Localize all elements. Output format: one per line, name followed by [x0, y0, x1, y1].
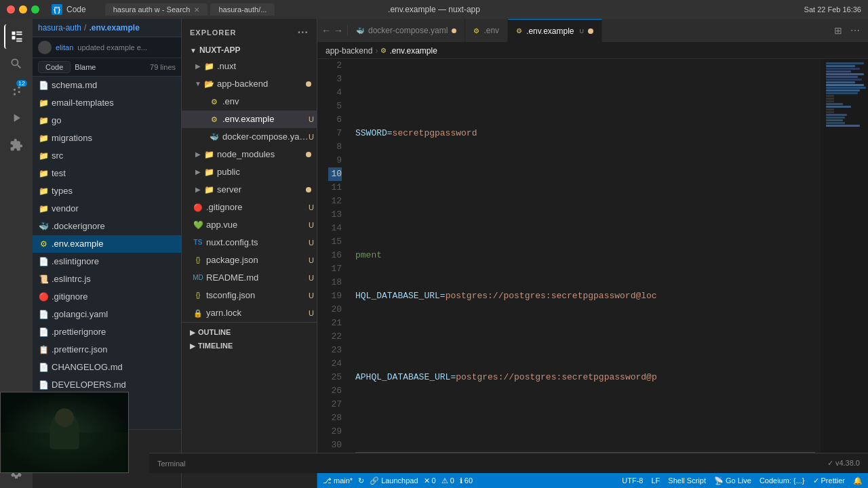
language-status[interactable]: Shell Script — [668, 476, 706, 485]
tree-env[interactable]: ⚙ .env — [182, 93, 317, 110]
file-item-types[interactable]: 📁 types — [33, 182, 181, 200]
file-item-src[interactable]: 📁 src — [33, 147, 181, 165]
nav-back-icon[interactable]: ← — [321, 25, 331, 36]
md-icon: 📄 — [38, 362, 49, 373]
os-tab-search[interactable]: hasura auth w - Search ✕ — [105, 3, 208, 16]
file-item-schema[interactable]: 📄 schema.md — [33, 77, 181, 94]
prettier-status[interactable]: ✓ Prettier — [813, 476, 845, 485]
folder-icon: 📁 — [38, 115, 49, 126]
tree-env-example[interactable]: ⚙ .env.example U — [182, 110, 317, 128]
tab-docker-compose[interactable]: 🐳 docker-compose.yaml — [348, 19, 465, 43]
chevron-right-icon: ▶ — [193, 147, 203, 162]
warnings-status[interactable]: ⚠ 0 — [441, 476, 454, 485]
outline-label: OUTLINE — [198, 328, 231, 336]
timeline-header[interactable]: ▶ TIMELINE — [182, 339, 317, 352]
sidebar-title: EXPLORER — [190, 28, 237, 37]
activity-extensions[interactable] — [4, 133, 28, 157]
tab-env-example-label: .env.example — [526, 26, 574, 36]
file-item-prettierrc[interactable]: 📋 .prettierrc.json — [33, 341, 181, 359]
file-item-vendor[interactable]: 📁 vendor — [33, 200, 181, 218]
more-actions-icon[interactable]: ⋯ — [848, 25, 863, 36]
file-item-eslintrc[interactable]: 📜 .eslintrc.js — [33, 270, 181, 288]
nuxt-app-section[interactable]: ▼ NUXT-APP — [182, 43, 317, 58]
folder-icon: 📁 — [203, 149, 214, 160]
code-line-3 — [355, 167, 815, 181]
modified-u: U — [309, 218, 314, 232]
tree-app-vue[interactable]: 💚 app.vue U — [182, 216, 317, 234]
tab-env-example[interactable]: ⚙ .env.example U — [508, 19, 602, 43]
breadcrumb-app-backend[interactable]: app-backend — [326, 46, 372, 56]
file-item-go[interactable]: 📁 go — [33, 112, 181, 129]
breadcrumb-env-example[interactable]: ⚙ .env.example — [380, 46, 437, 56]
terminal-label[interactable]: Terminal — [157, 460, 186, 468]
sidebar-menu-icon[interactable]: ⋯ — [297, 26, 309, 39]
file-item-env-example[interactable]: ⚙ .env.example — [33, 235, 181, 253]
error-icon: ✕ — [424, 476, 430, 485]
commit-author[interactable]: elitan — [56, 43, 73, 52]
repo-owner-link[interactable]: hasura-auth — [38, 23, 81, 33]
errors-status[interactable]: ✕ 0 — [424, 476, 436, 485]
outline-header[interactable]: ▶ OUTLINE — [182, 325, 317, 339]
maximize-button[interactable] — [31, 5, 39, 14]
notifications-bell[interactable]: 🔔 — [853, 476, 863, 485]
code-editor[interactable]: 2 3 4 5 6 7 8 9 10 11 12 13 14 15 16 17 — [317, 59, 821, 473]
split-editor-icon[interactable]: ⊞ — [831, 25, 845, 36]
sync-status[interactable]: ↻ — [358, 476, 364, 485]
activity-explorer[interactable] — [4, 24, 28, 49]
chevron-down-icon: ▼ — [193, 77, 203, 92]
tree-nuxt[interactable]: ▶ 📁 .nuxt — [182, 58, 317, 75]
codeium-status[interactable]: Codeium: {...} — [760, 476, 805, 485]
encoding-status[interactable]: UTF-8 — [622, 476, 643, 485]
code-content[interactable]: SSWORD=secretpgpassword pment HQL_DATABA… — [350, 59, 821, 473]
branch-status[interactable]: ⎇ main* — [323, 476, 353, 485]
file-item-changelog[interactable]: 📄 CHANGELOG.md — [33, 359, 181, 376]
file-item-migrations[interactable]: 📁 migrations — [33, 129, 181, 147]
yaml-icon: 🐳 — [209, 131, 220, 142]
code-button[interactable]: Code — [38, 61, 71, 73]
blame-button[interactable]: Blame — [75, 63, 96, 71]
minimize-button[interactable] — [19, 5, 27, 14]
tree-package-json[interactable]: {} package.json U — [182, 251, 317, 269]
os-tab-repo[interactable]: hasura-auth/... — [210, 3, 275, 16]
os-tab-search-close[interactable]: ✕ — [194, 6, 199, 14]
line-ending-status[interactable]: LF — [651, 476, 660, 485]
file-item-gitignore[interactable]: 🔴 .gitignore — [33, 288, 181, 306]
file-item-dockerignore[interactable]: 🐳 .dockerignore — [33, 218, 181, 235]
launchpad-status[interactable]: 🔗 Launchpad — [370, 476, 418, 485]
close-button[interactable] — [7, 5, 15, 14]
activity-search[interactable] — [4, 52, 28, 76]
datetime: Sat 22 Feb 16:36 — [804, 5, 861, 14]
info-status[interactable]: ℹ 60 — [460, 476, 473, 485]
file-item-prettierignore[interactable]: 📄 .prettierignore — [33, 323, 181, 341]
tree-nuxt-config[interactable]: TS nuxt.config.ts U — [182, 234, 317, 251]
tree-gitignore[interactable]: 🔴 .gitignore U — [182, 199, 317, 216]
titlebar-right: Sat 22 Feb 16:36 — [804, 5, 861, 14]
tab-env[interactable]: ⚙ .env — [465, 19, 508, 43]
tab-u-marker: U — [580, 28, 585, 35]
status-right: UTF-8 LF Shell Script 📡 Go Live Codeium:… — [622, 476, 863, 485]
bell-icon: 🔔 — [853, 476, 863, 485]
file-item-golangci[interactable]: 📄 .golangci.yaml — [33, 306, 181, 323]
sidebar-header: EXPLORER ⋯ — [182, 19, 317, 43]
main-layout: 12 hasura-auth / .env.example elitan upd… — [0, 19, 868, 488]
activity-source-control[interactable]: 12 — [4, 79, 28, 103]
app-label: {'} Code — [52, 4, 86, 15]
tree-server[interactable]: ▶ 📁 server — [182, 181, 317, 199]
file-item-eslintignore[interactable]: 📄 .eslintignore — [33, 253, 181, 270]
tree-public[interactable]: ▶ 📁 public — [182, 163, 317, 181]
activity-run[interactable] — [4, 106, 28, 130]
window-title: .env.example — nuxt-app — [388, 5, 480, 14]
tree-readme[interactable]: MD README.md U — [182, 269, 317, 287]
repo-file-link[interactable]: .env.example — [89, 23, 139, 33]
file-item-test[interactable]: 📁 test — [33, 165, 181, 182]
file-item-email[interactable]: 📁 email-templates — [33, 94, 181, 112]
nav-forward-icon[interactable]: → — [334, 25, 343, 36]
tree-node-modules[interactable]: ▶ 📁 node_modules — [182, 146, 317, 163]
modified-u: U — [309, 270, 314, 285]
folder-icon: 📁 — [38, 133, 49, 144]
tree-app-backend[interactable]: ▼ 📂 app-backend — [182, 75, 317, 93]
tree-docker-compose[interactable]: 🐳 docker-compose.yaml U — [182, 128, 317, 146]
tree-yarn-lock[interactable]: 🔒 yarn.lock U — [182, 304, 317, 322]
tree-tsconfig[interactable]: {} tsconfig.json U — [182, 287, 317, 304]
go-live-status[interactable]: 📡 Go Live — [714, 476, 751, 485]
